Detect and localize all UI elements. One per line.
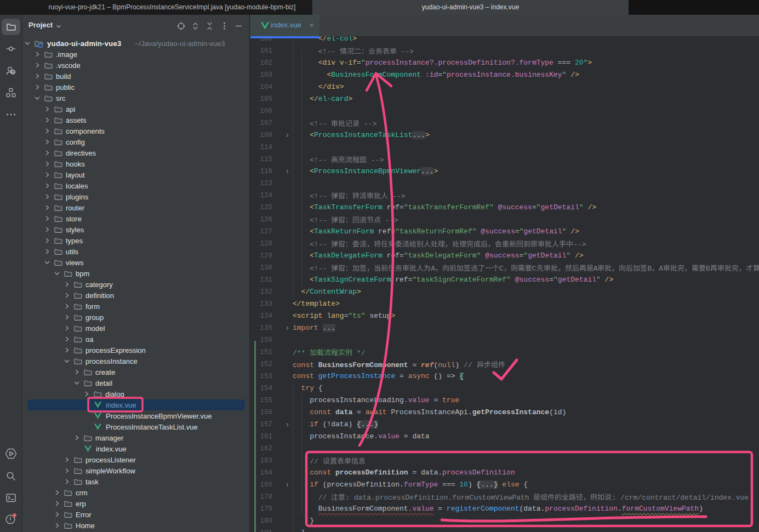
svg-text:?: ? (12, 70, 14, 75)
